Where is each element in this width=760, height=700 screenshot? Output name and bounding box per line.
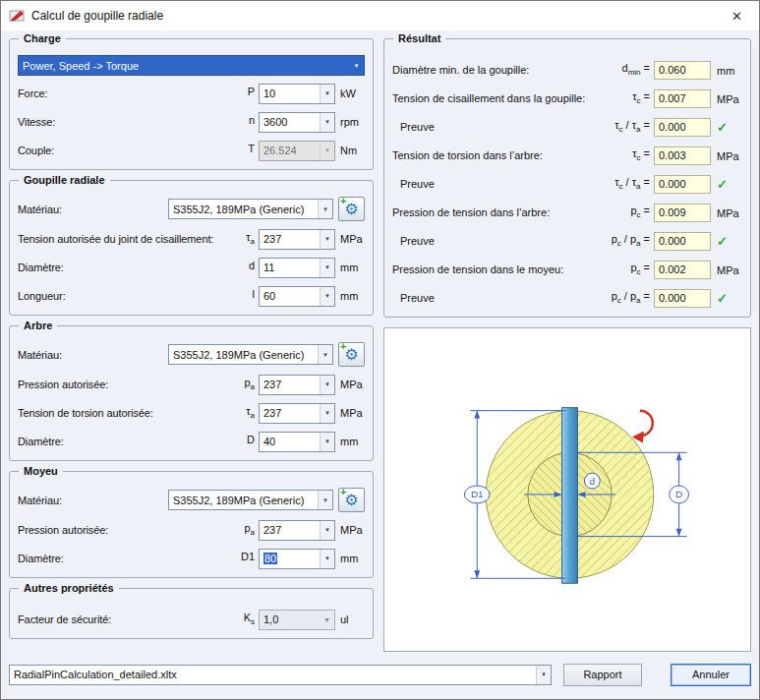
template-select[interactable]: RadialPinCalculation_detailed.xltx ▼ <box>9 665 552 685</box>
result-row-hub-pressure: Pression de tension dans le moyeu: pc = … <box>392 259 742 280</box>
result-unit: MPa <box>711 205 742 220</box>
result-value-field: 0.060 <box>654 61 711 80</box>
selected-text: 80 <box>263 553 277 564</box>
speed-input[interactable]: 3600 ▼ <box>259 112 335 133</box>
chevron-down-icon: ▼ <box>320 550 334 568</box>
chevron-down-icon: ▼ <box>320 376 334 394</box>
shaft-material-editor-button[interactable]: ⚙ + <box>338 342 365 367</box>
pin-length-input[interactable]: 60 ▼ <box>259 286 335 307</box>
safety-factor-input[interactable]: 1,0 ▼ <box>259 610 335 630</box>
field-unit: MPa <box>335 407 365 419</box>
field-label: Couple: <box>18 145 248 156</box>
dim-label-outer: D1 <box>471 489 484 499</box>
dim-label-pin: d <box>590 476 596 487</box>
result-unit: ✓ <box>711 177 742 192</box>
result-unit: MPa <box>711 91 742 106</box>
shaft-material-select[interactable]: S355J2, 189MPa (Generic) ▼ <box>168 344 333 365</box>
shaft-torsion-input[interactable]: 237 ▼ <box>259 403 335 424</box>
pin-material-editor-button[interactable]: ⚙ + <box>338 197 365 221</box>
chevron-down-icon: ▼ <box>320 259 334 277</box>
result-row-proof: Preuve τc / τa = 0.000 ✓ <box>392 173 742 195</box>
close-button[interactable]: ✕ <box>715 1 759 30</box>
field-row-power: Force: P 10 ▼ kW <box>18 83 365 104</box>
group-pin-title: Goupille radiale <box>19 174 110 186</box>
field-row-torsion: Tension de torsion autorisée: τa 237 ▼ M… <box>18 402 365 424</box>
result-value-field: 0.007 <box>654 89 711 108</box>
field-unit: kW <box>335 88 365 99</box>
gear-icon: ⚙ <box>344 347 358 363</box>
pin-material-select[interactable]: S355J2, 189MPa (Generic) ▼ <box>168 199 333 219</box>
result-value-field: 0.002 <box>654 261 711 279</box>
result-label: Preuve <box>392 121 614 133</box>
field-unit: ul <box>335 613 365 625</box>
field-row-speed: Vitesse: n 3600 ▼ rpm <box>18 111 365 133</box>
field-symbol: D <box>247 434 255 448</box>
pin-shear-stress-input[interactable]: 237 ▼ <box>259 229 335 250</box>
app-icon <box>9 8 25 24</box>
hub-material-editor-button[interactable]: ⚙ + <box>338 488 365 512</box>
result-symbol: τc = <box>632 90 650 105</box>
load-type-select[interactable]: Power, Speed -> Torque ▼ <box>18 55 365 76</box>
chevron-down-icon: ▼ <box>536 666 551 684</box>
result-value-field: 0.000 <box>654 175 711 194</box>
report-button[interactable]: Rapport <box>563 664 642 686</box>
hub-pressure-input[interactable]: 237 ▼ <box>259 520 335 541</box>
chevron-down-icon: ▼ <box>349 56 364 75</box>
result-unit: MPa <box>711 262 742 277</box>
field-unit: MPa <box>335 524 365 536</box>
load-type-value: Power, Speed -> Torque <box>19 60 349 72</box>
check-icon: ✓ <box>717 177 728 192</box>
field-symbol: P <box>248 86 255 100</box>
field-row-shear: Tension autorisée du joint de cisailleme… <box>18 228 365 250</box>
chevron-down-icon: ▼ <box>320 85 334 103</box>
field-row-length: Longueur: l 60 ▼ mm <box>18 285 365 307</box>
cancel-button[interactable]: Annuler <box>671 664 751 686</box>
material-row: Matériau: S355J2, 189MPa (Generic) ▼ ⚙ + <box>18 197 365 221</box>
result-label: Pression de tension dans l’arbre: <box>392 206 630 218</box>
hub-material-select[interactable]: S355J2, 189MPa (Generic) ▼ <box>168 490 333 510</box>
chevron-down-icon: ▼ <box>318 491 332 509</box>
field-unit: mm <box>335 262 365 273</box>
field-symbol: τa <box>246 231 255 246</box>
pin-diameter-input[interactable]: 11 ▼ <box>259 258 335 278</box>
shaft-diameter-input[interactable]: 40 ▼ <box>259 432 335 452</box>
radial-pin <box>562 408 578 584</box>
field-unit: mm <box>335 290 365 302</box>
chevron-down-icon: ▼ <box>320 287 334 306</box>
field-unit: MPa <box>335 233 365 245</box>
field-label: Tension de torsion autorisée: <box>18 407 246 419</box>
check-icon: ✓ <box>717 291 728 306</box>
field-label: Longueur: <box>18 290 253 302</box>
result-symbol: pc = <box>630 262 650 276</box>
result-unit: ✓ <box>711 291 742 306</box>
input-column: Charge Power, Speed -> Torque ▼ Force: P… <box>9 38 374 652</box>
group-charge-title: Charge <box>19 32 66 44</box>
result-label: Preuve <box>392 178 614 190</box>
field-label: Matériau: <box>18 349 168 361</box>
field-row-diameter: Diamètre: D 40 ▼ mm <box>18 431 365 452</box>
diagram-panel: D1 D d <box>383 327 751 652</box>
result-symbol: τc / τa = <box>614 119 650 134</box>
result-unit: ✓ <box>711 234 742 249</box>
window-title: Calcul de goupille radiale <box>31 9 163 23</box>
result-column: Résultat Diamètre min. de la goupille: d… <box>383 38 751 652</box>
pin-calculation-dialog: Calcul de goupille radiale ✕ Charge Powe… <box>0 0 760 700</box>
torque-input: 26.524 ▼ <box>259 141 335 161</box>
result-value-field: 0.009 <box>654 204 711 222</box>
field-label: Pression autorisée: <box>18 379 244 390</box>
power-input[interactable]: 10 ▼ <box>259 84 335 104</box>
field-unit: MPa <box>335 379 365 390</box>
field-row-pressure: Pression autorisée: pa 237 ▼ MPa <box>18 519 365 541</box>
result-symbol: τc / τa = <box>614 176 650 191</box>
field-unit: Nm <box>335 145 365 156</box>
check-icon: ✓ <box>717 234 728 249</box>
hub-diameter-input[interactable]: 80 ▼ <box>259 549 335 569</box>
field-symbol: n <box>249 114 255 129</box>
group-other-title: Autres propriétés <box>19 582 119 594</box>
result-symbol: dmin = <box>622 62 651 77</box>
chevron-down-icon: ▼ <box>320 433 334 451</box>
group-hub: Moyeu Matériau: S355J2, 189MPa (Generic)… <box>9 471 374 578</box>
shaft-pressure-input[interactable]: 237 ▼ <box>259 375 335 395</box>
field-unit: mm <box>335 553 365 564</box>
plus-icon: + <box>340 340 346 352</box>
